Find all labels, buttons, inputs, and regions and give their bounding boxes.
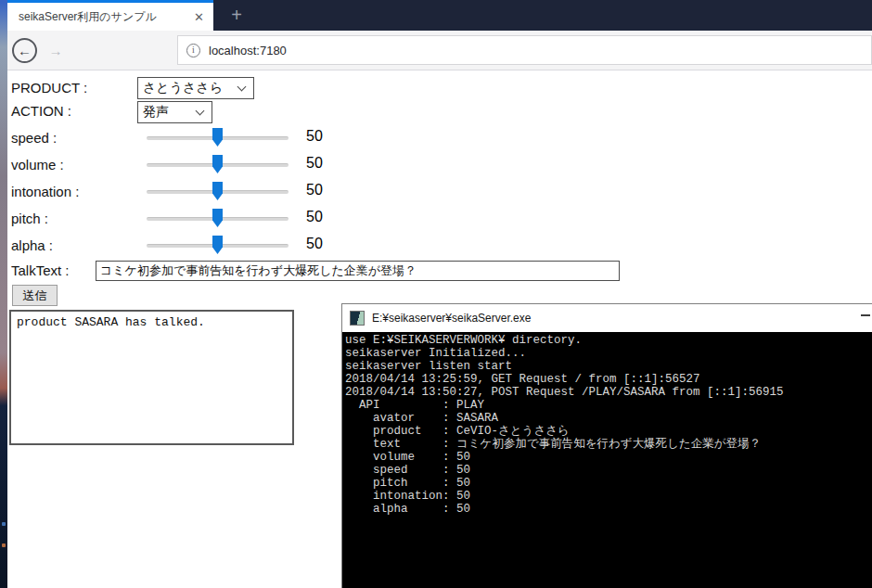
- intonation-label: intonation :: [11, 184, 79, 199]
- slider-row-volume: volume : 50: [11, 155, 382, 179]
- submit-button[interactable]: 送信: [12, 285, 58, 306]
- slider-thumb[interactable]: [212, 209, 223, 227]
- forward-button[interactable]: →: [45, 38, 67, 63]
- url-text: localhost:7180: [209, 44, 287, 58]
- alpha-slider[interactable]: [147, 236, 289, 256]
- browser-tab-active[interactable]: seikaServer利用のサンプル ✕: [7, 0, 213, 31]
- console-log-line: use E:¥SEIKASERVERWORK¥ directory.: [345, 334, 869, 347]
- alpha-value: 50: [306, 236, 323, 252]
- product-select[interactable]: さとうささら: [137, 77, 254, 99]
- pitch-label: pitch :: [11, 211, 48, 226]
- slider-row-pitch: pitch : 50: [11, 209, 382, 233]
- pitch-value: 50: [306, 209, 323, 225]
- action-label: ACTION :: [11, 103, 71, 119]
- intonation-slider[interactable]: [147, 182, 289, 202]
- back-arrow-icon: ←: [18, 44, 32, 58]
- product-select-value: さとうささら: [138, 80, 235, 96]
- console-log-line: intonation: 50: [345, 490, 869, 503]
- slider-row-intonation: intonation : 50: [11, 182, 382, 206]
- slider-thumb[interactable]: [212, 236, 223, 254]
- slider-thumb[interactable]: [212, 128, 223, 147]
- browser-titlebar: seikaServer利用のサンプル ✕ +: [7, 0, 872, 31]
- slider-thumb[interactable]: [212, 155, 223, 173]
- tab-title: seikaServer利用のサンプル: [7, 9, 185, 25]
- screen: seikaServer利用のサンプル ✕ + ← → i localhost:7…: [0, 0, 872, 588]
- pitch-slider[interactable]: [147, 209, 289, 229]
- browser-toolbar: ← → i localhost:7180: [7, 31, 872, 70]
- console-log-line: alpha : 50: [345, 503, 869, 516]
- console-log-line: seikaserver Initialized...: [345, 347, 869, 360]
- console-log-line: product : CeVIO-さとうささら: [345, 425, 869, 438]
- console-log-line: API : PLAY: [345, 399, 869, 412]
- console-log-line: avator : SASARA: [345, 412, 869, 425]
- product-label: PRODUCT :: [11, 80, 87, 96]
- back-button[interactable]: ←: [12, 38, 37, 63]
- desktop-wallpaper-strip: [0, 0, 7, 588]
- close-tab-icon[interactable]: ✕: [185, 10, 213, 24]
- console-output: use E:¥SEIKASERVERWORK¥ directory. seika…: [342, 332, 872, 588]
- console-titlebar[interactable]: E:¥seikaserver¥seikaServer.exe: [342, 304, 872, 332]
- console-log-line: 2018/04/14 13:25:59, GET Request / from …: [345, 373, 869, 386]
- console-log-line: text : コミケ初参加で事前告知を行わず大爆死した企業が登場？: [345, 438, 869, 451]
- console-log-line: speed : 50: [345, 464, 869, 477]
- desktop-icon-dot: [2, 543, 6, 547]
- volume-label: volume :: [11, 157, 64, 173]
- talktext-label: TalkText :: [11, 262, 70, 278]
- speed-label: speed :: [11, 130, 57, 146]
- console-log-line: pitch : 50: [345, 477, 869, 490]
- console-title: E:¥seikaserver¥seikaServer.exe: [372, 312, 531, 325]
- chevron-down-icon: [196, 107, 205, 116]
- speed-value: 50: [306, 128, 323, 145]
- info-icon[interactable]: i: [186, 44, 200, 58]
- desktop-icon-dot: [2, 522, 6, 526]
- intonation-value: 50: [306, 182, 323, 198]
- new-tab-button[interactable]: +: [223, 0, 250, 31]
- volume-value: 50: [306, 155, 323, 172]
- action-select-value: 発声: [138, 104, 193, 121]
- console-log-line: seikaserver listen start: [345, 360, 869, 373]
- cmd-prompt-icon: [350, 311, 365, 326]
- action-select[interactable]: 発声: [137, 101, 212, 123]
- talktext-input[interactable]: [96, 261, 620, 281]
- chevron-down-icon: [237, 83, 247, 92]
- slider-row-speed: speed : 50: [11, 128, 382, 152]
- slider-thumb[interactable]: [212, 182, 223, 200]
- slider-row-alpha: alpha : 50: [11, 236, 382, 260]
- console-log-line: volume : 50: [345, 451, 869, 464]
- result-textarea[interactable]: product SASARA has talked.: [9, 310, 294, 445]
- alpha-label: alpha :: [11, 237, 53, 253]
- console-log-line: 2018/04/14 13:50:27, POST Request /PLAY/…: [345, 386, 869, 399]
- console-window: E:¥seikaserver¥seikaServer.exe use E:¥SE…: [341, 303, 872, 588]
- volume-slider[interactable]: [147, 155, 289, 175]
- speed-slider[interactable]: [147, 128, 289, 148]
- url-bar[interactable]: i localhost:7180: [177, 35, 872, 65]
- minimize-icon[interactable]: [861, 314, 870, 316]
- forward-arrow-icon: →: [49, 44, 63, 58]
